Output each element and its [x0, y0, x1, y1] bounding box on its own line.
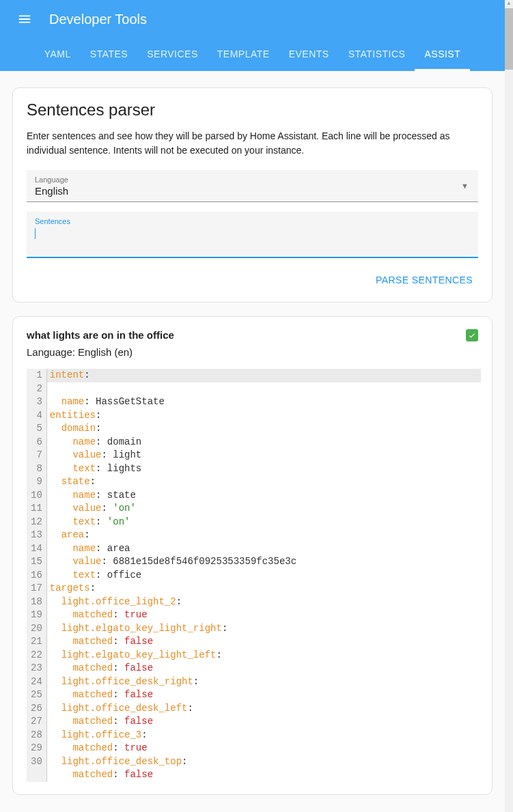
- result-card: what lights are on in the office Languag…: [12, 316, 493, 795]
- sentences-input[interactable]: Sentences: [27, 212, 478, 258]
- menu-icon[interactable]: [11, 5, 38, 33]
- scrollbar-thumb[interactable]: [505, 8, 513, 70]
- parser-description: Enter sentences and see how they will be…: [27, 129, 478, 158]
- code-gutter: 1234567891011121314151617181920212223242…: [27, 369, 47, 782]
- language-value: English: [35, 185, 68, 197]
- app-title: Developer Tools: [49, 12, 147, 27]
- tab-yaml[interactable]: YAML: [35, 38, 81, 71]
- chevron-down-icon: ▼: [461, 182, 469, 190]
- result-language: Language: English (en): [27, 346, 174, 358]
- code-body[interactable]: intent: name: HassGetState entities: dom…: [47, 369, 478, 782]
- parse-sentences-button[interactable]: PARSE SENTENCES: [370, 270, 478, 290]
- tab-bar: YAML STATES SERVICES TEMPLATE EVENTS STA…: [0, 38, 505, 71]
- tab-events[interactable]: EVENTS: [279, 38, 339, 71]
- text-caret: [35, 228, 36, 239]
- scroll-up-icon[interactable]: ▲: [505, 0, 513, 7]
- tab-statistics[interactable]: STATISTICS: [339, 38, 415, 71]
- yaml-output: 1234567891011121314151617181920212223242…: [27, 369, 478, 782]
- language-label: Language: [35, 176, 470, 184]
- scrollbar-track[interactable]: ▲: [505, 0, 513, 812]
- tab-states[interactable]: STATES: [81, 38, 137, 71]
- result-sentence: what lights are on in the office: [27, 329, 174, 341]
- sentences-label: Sentences: [35, 217, 470, 225]
- language-select[interactable]: Language English ▼: [27, 170, 478, 202]
- tab-services[interactable]: SERVICES: [137, 38, 208, 71]
- parser-title: Sentences parser: [27, 100, 478, 120]
- tab-template[interactable]: TEMPLATE: [208, 38, 279, 71]
- parser-card: Sentences parser Enter sentences and see…: [12, 87, 493, 303]
- tab-assist[interactable]: ASSIST: [415, 38, 470, 71]
- app-header: Developer Tools: [0, 0, 505, 38]
- success-check-icon: [466, 329, 478, 341]
